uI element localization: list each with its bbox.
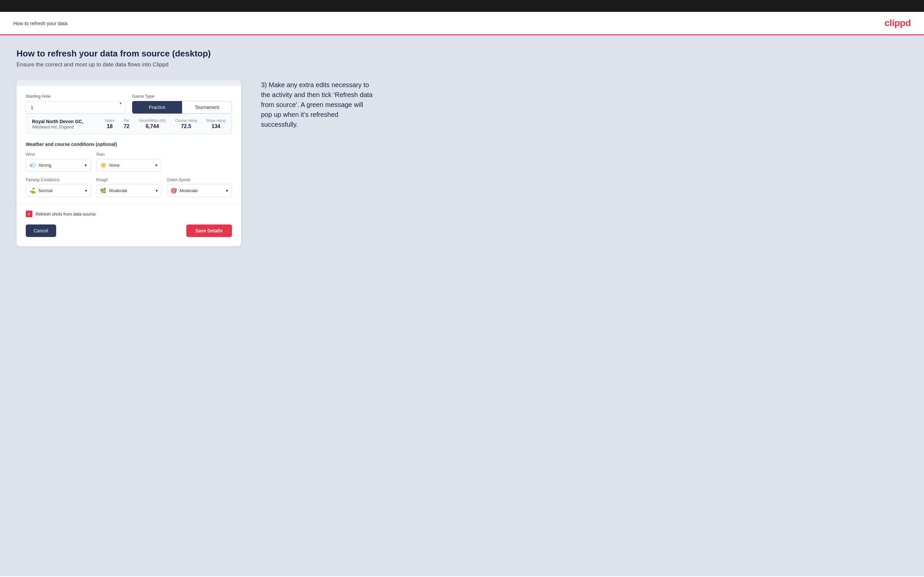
starting-hole-select-wrapper: 1 10 ▾ (26, 101, 126, 114)
rain-arrow: ▾ (155, 163, 158, 168)
fairway-select[interactable]: ⛳ Normal ▾ (26, 184, 91, 197)
rough-group: Rough 🌿 Moderate ▾ (96, 177, 161, 197)
starting-hole-select[interactable]: 1 10 (26, 101, 126, 114)
slope-rating-label: Slope rating (206, 119, 226, 122)
course-name: Royal North Devon GC, (32, 119, 83, 124)
tournament-button[interactable]: Tournament (182, 101, 232, 114)
fairway-arrow: ▾ (85, 188, 87, 193)
wind-group: Wind 💨 Strong ▾ (26, 152, 90, 172)
refresh-checkbox-label: Refresh shots from data source (36, 211, 95, 216)
fairway-icon: ⛳ (29, 187, 36, 194)
wind-value: Strong (39, 163, 51, 168)
form-card-top (16, 80, 241, 86)
starting-hole-label: Starting Hole (26, 94, 126, 99)
conditions-section-label: Weather and course conditions (optional) (26, 142, 232, 147)
slope-rating-value: 134 (212, 124, 220, 129)
green-speed-icon: 🎯 (170, 187, 177, 194)
holes-stat: Holes 18 (105, 119, 114, 129)
rough-value: Moderate (109, 188, 127, 193)
game-type-group: Game Type Practice Tournament (132, 94, 232, 114)
yards-label: Yards/White (M)) (139, 119, 166, 122)
cancel-button[interactable]: Cancel (26, 224, 56, 237)
course-stats: Holes 18 Par 72 Yards/White (M)) 6,744 (105, 119, 226, 129)
rough-icon: 🌿 (100, 187, 107, 194)
holes-value: 18 (107, 124, 113, 129)
top-bar (0, 0, 924, 12)
rough-label: Rough (96, 177, 161, 182)
header-title: How to refresh your data (13, 21, 68, 26)
rain-icon: ☀️ (100, 162, 107, 168)
rain-select[interactable]: ☀️ None ▾ (97, 159, 161, 172)
course-row: Royal North Devon GC, Westward Ho!, Engl… (26, 114, 232, 134)
rough-arrow: ▾ (156, 188, 158, 193)
green-speed-label: Green Speed (167, 177, 232, 182)
course-location: Westward Ho!, England (32, 125, 83, 129)
rain-group: Rain ☀️ None ▾ (97, 152, 161, 172)
course-rating-value: 72.5 (181, 124, 191, 129)
refresh-checkbox[interactable]: ✓ (26, 211, 32, 217)
starting-hole-row: Starting Hole 1 10 ▾ Game Type Pract (26, 94, 232, 114)
par-stat: Par 72 (124, 119, 129, 129)
side-text: 3) Make any extra edits necessary to the… (261, 80, 373, 129)
form-divider (16, 204, 241, 204)
wind-rain-row: Wind 💨 Strong ▾ Rain (26, 152, 232, 172)
course-info: Royal North Devon GC, Westward Ho!, Engl… (32, 119, 83, 129)
rain-label: Rain (97, 152, 161, 157)
page-subheading: Ensure the correct and most up to date d… (16, 61, 908, 68)
save-button[interactable]: Save Details (186, 224, 232, 237)
game-type-buttons: Practice Tournament (132, 101, 232, 114)
practice-button[interactable]: Practice (132, 101, 182, 114)
side-text-content: 3) Make any extra edits necessary to the… (261, 80, 373, 129)
holes-label: Holes (105, 119, 114, 122)
form-body: Starting Hole 1 10 ▾ Game Type Pract (16, 86, 241, 197)
wind-arrow: ▾ (84, 163, 87, 168)
green-speed-arrow: ▾ (226, 188, 228, 193)
logo: clippd (885, 18, 911, 28)
fairway-rough-green-row: Fairway Conditions ⛳ Normal ▾ Rough (26, 177, 232, 197)
yards-value: 6,744 (146, 124, 159, 129)
form-card: Starting Hole 1 10 ▾ Game Type Pract (16, 80, 241, 246)
green-speed-value: Moderate (180, 188, 198, 193)
content-area: Starting Hole 1 10 ▾ Game Type Pract (16, 80, 908, 246)
refresh-checkbox-row[interactable]: ✓ Refresh shots from data source (26, 211, 232, 217)
checkmark-icon: ✓ (27, 211, 31, 216)
form-footer: Cancel Save Details (16, 224, 241, 237)
green-speed-select[interactable]: 🎯 Moderate ▾ (167, 184, 232, 197)
main-content: How to refresh your data from source (de… (0, 35, 924, 576)
fairway-group: Fairway Conditions ⛳ Normal ▾ (26, 177, 91, 197)
slope-rating-stat: Slope rating 134 (206, 119, 226, 129)
green-speed-group: Green Speed 🎯 Moderate ▾ (167, 177, 232, 197)
fairway-value: Normal (39, 188, 53, 193)
game-type-label: Game Type (132, 94, 232, 99)
page-heading: How to refresh your data from source (de… (16, 48, 908, 59)
fairway-label: Fairway Conditions (26, 177, 91, 182)
wind-label: Wind (26, 152, 90, 157)
par-value: 72 (124, 124, 129, 129)
rough-select[interactable]: 🌿 Moderate ▾ (96, 184, 161, 197)
header: How to refresh your data clippd (0, 12, 924, 35)
course-rating-stat: Course rating 72.5 (175, 119, 197, 129)
rain-value: None (109, 163, 120, 168)
wind-select[interactable]: 💨 Strong ▾ (26, 159, 90, 172)
par-label: Par (124, 119, 129, 122)
starting-hole-group: Starting Hole 1 10 ▾ (26, 94, 126, 114)
wind-icon: 💨 (29, 162, 36, 168)
yards-stat: Yards/White (M)) 6,744 (139, 119, 166, 129)
course-rating-label: Course rating (175, 119, 197, 122)
